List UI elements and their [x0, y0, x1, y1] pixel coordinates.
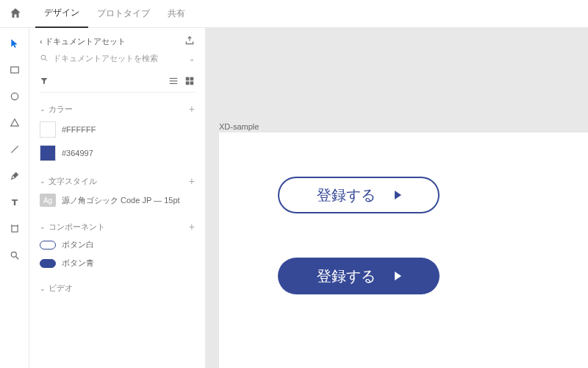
component-label: ボタン青 — [62, 258, 94, 269]
grid-view-icon[interactable] — [184, 76, 195, 88]
color-swatch-item[interactable]: #FFFFFF — [40, 118, 195, 141]
play-icon — [395, 191, 401, 199]
tab-prototype[interactable]: プロトタイプ — [88, 0, 159, 28]
search-icon — [40, 54, 49, 64]
button-label: 登録する — [317, 185, 376, 205]
add-textstyle-icon[interactable]: + — [189, 175, 195, 187]
tab-design[interactable]: デザイン — [35, 0, 88, 28]
svg-rect-15 — [186, 82, 190, 85]
select-tool-icon[interactable] — [8, 37, 21, 50]
color-swatch — [40, 121, 56, 138]
svg-point-6 — [11, 252, 16, 257]
svg-line-7 — [15, 257, 18, 260]
assets-panel: ‹ ドキュメントアセット ドキュメントアセットを検索 ⌄ ⌄ カラー + #FF… — [29, 28, 206, 368]
polygon-tool-icon[interactable] — [8, 116, 21, 130]
component-item[interactable]: ボタン青 — [40, 254, 195, 272]
component-item[interactable]: ボタン白 — [40, 236, 195, 254]
color-swatch-item[interactable]: #364997 — [40, 141, 195, 165]
component-thumb — [40, 241, 56, 250]
back-to-assets[interactable]: ‹ ドキュメントアセット — [40, 36, 126, 47]
add-color-icon[interactable]: + — [189, 103, 195, 115]
section-video-header[interactable]: ⌄ ビデオ — [40, 280, 195, 297]
artboard-name[interactable]: XD-sample — [219, 122, 259, 131]
chevron-down-icon: ⌄ — [189, 54, 195, 63]
top-bar: デザイン プロトタイプ 共有 — [0, 0, 588, 28]
zoom-tool-icon[interactable] — [8, 249, 21, 262]
chevron-down-icon: ⌄ — [40, 105, 46, 113]
add-component-icon[interactable]: + — [189, 221, 195, 233]
section-components-header[interactable]: ⌄ コンポーネント + — [40, 218, 195, 236]
text-style-item[interactable]: Ag 源ノ角ゴシック Code JP — 15pt — [40, 190, 195, 210]
chevron-down-icon: ⌄ — [40, 223, 46, 230]
svg-point-8 — [41, 55, 46, 60]
chevron-down-icon: ⌄ — [40, 177, 46, 185]
color-label: #364997 — [62, 149, 93, 158]
svg-line-2 — [11, 146, 18, 152]
artboard[interactable]: 登録する 登録する — [219, 132, 588, 368]
tab-share[interactable]: 共有 — [159, 0, 194, 28]
canvas[interactable]: XD-sample 登録する 登録する — [206, 28, 588, 368]
section-textstyles-header[interactable]: ⌄ 文字スタイル + — [40, 172, 195, 190]
artboard-tool-icon[interactable] — [8, 222, 21, 236]
svg-rect-10 — [170, 78, 178, 79]
rectangle-tool-icon[interactable] — [8, 63, 21, 77]
svg-rect-0 — [10, 67, 18, 73]
button-filled[interactable]: 登録する — [278, 258, 440, 294]
home-icon[interactable] — [9, 7, 24, 21]
svg-point-1 — [11, 93, 18, 99]
line-tool-icon[interactable] — [8, 143, 21, 156]
export-icon[interactable] — [184, 35, 195, 47]
svg-rect-3 — [11, 226, 17, 232]
color-label: #FFFFFF — [62, 125, 96, 134]
search-input[interactable]: ドキュメントアセットを検索 ⌄ — [40, 53, 195, 64]
svg-rect-12 — [170, 83, 178, 84]
play-icon — [395, 272, 401, 280]
text-style-label: 源ノ角ゴシック Code JP — 15pt — [62, 195, 180, 206]
panel-title: ドキュメントアセット — [45, 37, 126, 46]
ellipse-tool-icon[interactable] — [8, 90, 21, 103]
pen-tool-icon[interactable] — [8, 169, 21, 183]
tool-rail — [0, 28, 29, 368]
list-view-icon[interactable] — [168, 76, 179, 88]
text-tool-icon[interactable] — [8, 196, 21, 209]
svg-rect-16 — [190, 82, 194, 85]
component-label: ボタン白 — [62, 239, 94, 250]
color-swatch — [40, 145, 56, 161]
filter-icon[interactable] — [40, 77, 49, 87]
component-thumb — [40, 259, 56, 268]
svg-rect-13 — [186, 77, 190, 81]
chevron-down-icon: ⌄ — [40, 285, 46, 292]
button-label: 登録する — [317, 266, 376, 286]
search-placeholder: ドキュメントアセットを検索 — [53, 53, 158, 64]
text-style-icon: Ag — [40, 194, 56, 207]
svg-rect-11 — [170, 80, 178, 81]
svg-line-9 — [46, 59, 48, 61]
button-outline[interactable]: 登録する — [278, 177, 440, 213]
svg-rect-14 — [190, 77, 194, 81]
section-colors-header[interactable]: ⌄ カラー + — [40, 100, 195, 118]
